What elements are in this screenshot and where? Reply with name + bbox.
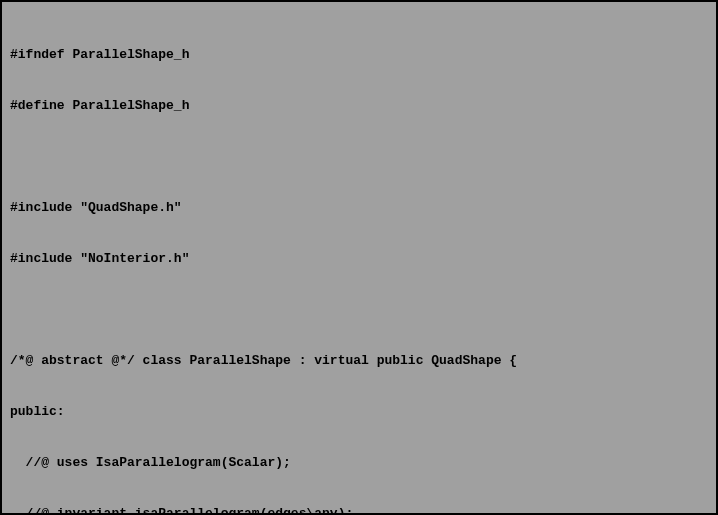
code-line: #define ParallelShape_h	[10, 97, 708, 114]
code-frame: #ifndef ParallelShape_h #define Parallel…	[0, 0, 718, 515]
code-line: #include "NoInterior.h"	[10, 250, 708, 267]
code-block: #ifndef ParallelShape_h #define Parallel…	[10, 12, 708, 515]
code-line: //@ uses IsaParallelogram(Scalar);	[10, 454, 708, 471]
code-line: //@ invariant isaParallelogram(edges\any…	[10, 505, 708, 515]
code-line	[10, 301, 708, 318]
code-line: /*@ abstract @*/ class ParallelShape : v…	[10, 352, 708, 369]
code-line: #ifndef ParallelShape_h	[10, 46, 708, 63]
code-line: public:	[10, 403, 708, 420]
code-line: #include "QuadShape.h"	[10, 199, 708, 216]
code-line	[10, 148, 708, 165]
